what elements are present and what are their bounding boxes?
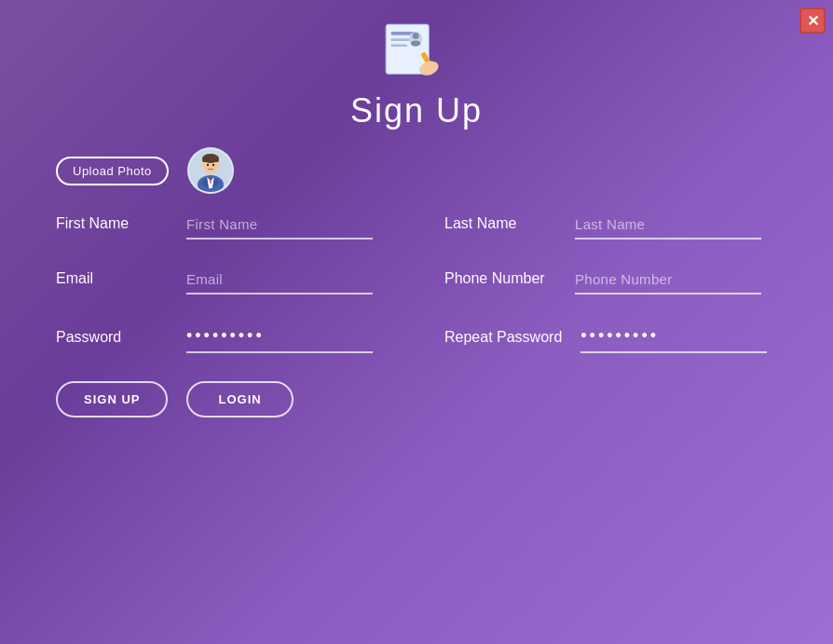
phone-group: Phone Number	[444, 267, 777, 295]
phone-label: Phone Number	[444, 270, 556, 295]
email-label: Email	[56, 270, 168, 295]
svg-rect-18	[202, 158, 219, 162]
photo-section: Upload Photo	[56, 147, 833, 194]
close-button[interactable]: ✕	[799, 7, 826, 34]
repeat-password-group: Repeat Password	[444, 322, 777, 353]
first-name-input[interactable]	[186, 212, 373, 240]
email-phone-row: Email Phone Number	[56, 267, 777, 295]
email-input[interactable]	[186, 267, 373, 295]
svg-rect-2	[390, 38, 410, 41]
upload-photo-button[interactable]: Upload Photo	[56, 157, 169, 185]
email-group: Email	[56, 267, 389, 295]
login-button[interactable]: LOGIN	[186, 381, 293, 418]
svg-point-20	[212, 164, 214, 166]
header: Sign Up	[0, 0, 833, 130]
last-name-input[interactable]	[575, 212, 761, 240]
buttons-row: SIGN UP LOGIN	[56, 381, 777, 418]
page-title: Sign Up	[350, 91, 483, 130]
avatar	[187, 147, 234, 194]
last-name-group: Last Name	[444, 212, 777, 240]
last-name-label: Last Name	[444, 215, 556, 240]
signup-button[interactable]: SIGN UP	[56, 381, 168, 418]
password-group: Password	[56, 322, 389, 353]
first-name-label: First Name	[56, 215, 168, 240]
form-icon	[379, 19, 454, 84]
svg-point-5	[413, 33, 419, 39]
repeat-password-label: Repeat Password	[444, 329, 562, 353]
svg-rect-3	[390, 44, 407, 47]
phone-input[interactable]	[575, 267, 761, 295]
svg-point-19	[207, 164, 209, 166]
password-label: Password	[56, 329, 168, 353]
name-row: First Name Last Name	[56, 212, 777, 240]
repeat-password-input[interactable]	[580, 322, 767, 353]
svg-point-6	[411, 40, 421, 46]
avatar-icon	[189, 149, 232, 192]
password-input[interactable]	[186, 322, 373, 353]
form: First Name Last Name Email Phone Number …	[0, 203, 833, 418]
first-name-group: First Name	[56, 212, 389, 240]
password-row: Password Repeat Password	[56, 322, 777, 353]
